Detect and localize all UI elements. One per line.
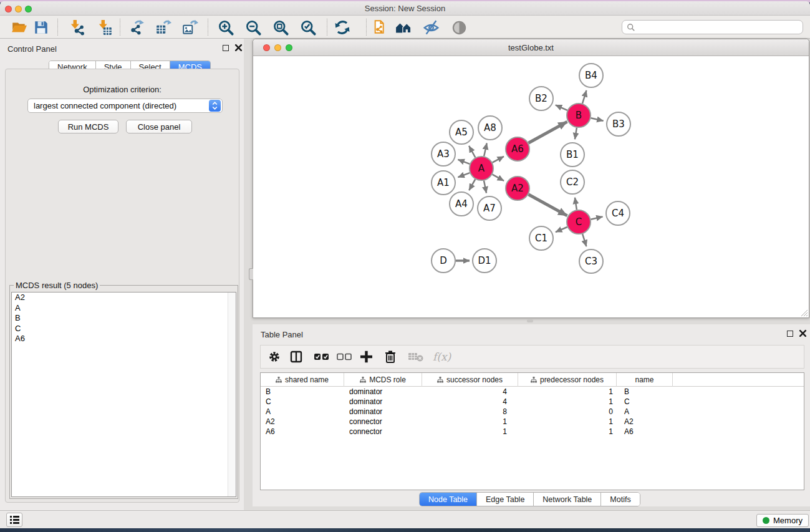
search-input[interactable] — [635, 21, 803, 34]
memory-button[interactable]: Memory — [756, 514, 809, 527]
table-cell[interactable]: connector — [344, 427, 422, 437]
graph-edge-B-B1[interactable] — [575, 128, 577, 140]
table-cell[interactable]: C — [261, 397, 344, 407]
table-cell[interactable]: A6 — [261, 427, 344, 437]
graph-edge-B-B2[interactable] — [556, 105, 567, 110]
table-cell[interactable]: 1 — [422, 427, 518, 437]
close-panel-icon[interactable] — [234, 44, 243, 52]
table-row[interactable]: Adominator80A — [261, 407, 804, 417]
table-cell[interactable]: A2 — [617, 417, 673, 427]
table-settings-gear-icon[interactable] — [268, 351, 281, 363]
create-column-plus-icon[interactable] — [360, 351, 372, 363]
tab-network-table[interactable]: Network Table — [534, 493, 601, 506]
refresh-layout-icon[interactable] — [333, 18, 352, 37]
import-network-icon[interactable] — [67, 18, 86, 37]
show-column-icon[interactable] — [290, 351, 302, 363]
export-network-icon[interactable] — [127, 18, 146, 37]
graph-edge-C-C4[interactable] — [591, 216, 603, 219]
unselect-all-columns-icon[interactable] — [337, 353, 352, 360]
tab-node-table[interactable]: Node Table — [420, 493, 477, 506]
open-session-icon[interactable] — [10, 18, 29, 37]
table-cell[interactable]: 4 — [422, 397, 518, 407]
graph-edge-A-A2[interactable] — [493, 175, 504, 181]
zoom-fit-icon[interactable] — [271, 18, 290, 37]
save-session-icon[interactable] — [32, 18, 51, 37]
mcds-result-item[interactable]: A2 — [12, 293, 236, 303]
graph-edge-A-A4[interactable] — [469, 179, 475, 190]
table-cell[interactable]: B — [617, 387, 673, 397]
table-cell[interactable]: 4 — [422, 387, 518, 397]
close-table-panel-icon[interactable] — [799, 329, 807, 337]
table-cell[interactable]: C — [617, 397, 673, 407]
delete-table-icon[interactable] — [408, 352, 423, 362]
table-cell[interactable]: dominator — [344, 387, 422, 397]
tab-motifs[interactable]: Motifs — [601, 493, 639, 506]
network-canvas[interactable]: AA1A2A3A4A5A6A7A8BB1B2B3B4CC1C2C3C4DD1 — [254, 57, 809, 317]
zoom-out-icon[interactable] — [244, 18, 263, 37]
mcds-result-item[interactable]: A6 — [12, 334, 236, 344]
horizontal-splitter-grip[interactable] — [527, 319, 533, 322]
column-header-predecessor-nodes[interactable]: predecessor nodes — [518, 373, 617, 387]
task-history-button[interactable] — [6, 513, 22, 527]
table-cell[interactable]: connector — [344, 417, 422, 427]
mcds-result-item[interactable]: B — [12, 313, 236, 324]
zoom-in-icon[interactable] — [216, 18, 235, 37]
table-cell[interactable]: dominator — [344, 397, 422, 407]
node-table[interactable]: shared name MCDS role successor nodes pr… — [260, 372, 804, 490]
select-all-columns-icon[interactable] — [314, 353, 329, 360]
mcds-result-item[interactable]: A — [12, 303, 236, 314]
graph-edge-B-B4[interactable] — [582, 90, 587, 104]
table-cell[interactable]: 8 — [422, 407, 518, 417]
close-panel-button[interactable]: Close panel — [126, 120, 192, 133]
column-header-shared-name[interactable]: shared name — [261, 373, 344, 387]
mcds-result-item[interactable]: C — [12, 324, 236, 334]
criterion-dropdown[interactable]: largest connected component (directed) — [27, 99, 223, 113]
export-image-icon[interactable] — [181, 18, 200, 37]
side-splitter-grip[interactable] — [249, 268, 253, 280]
table-row[interactable]: Bdominator41B — [261, 387, 804, 397]
result-scrollbar[interactable] — [228, 293, 236, 496]
graph-edge-C-C1[interactable] — [556, 227, 567, 232]
table-cell[interactable]: 0 — [518, 407, 617, 417]
function-builder-icon[interactable]: f(x) — [433, 351, 451, 363]
export-table-icon[interactable] — [154, 18, 173, 37]
table-cell[interactable]: B — [261, 387, 344, 397]
table-row[interactable]: A2connector11A2 — [261, 417, 804, 427]
float-table-panel-icon[interactable] — [787, 331, 793, 337]
table-cell[interactable]: 1 — [518, 417, 617, 427]
table-row[interactable]: Cdominator41C — [261, 397, 804, 407]
window-resize-grip[interactable] — [800, 309, 808, 316]
graph-edge-A-A3[interactable] — [458, 160, 470, 164]
graph-edge-A6-B[interactable] — [529, 122, 567, 143]
table-row[interactable]: A6connector11A6 — [261, 427, 804, 437]
column-header-successor-nodes[interactable]: successor nodes — [422, 373, 518, 387]
show-all-network-icon[interactable] — [395, 18, 413, 37]
graph-edge-B-B3[interactable] — [591, 118, 604, 120]
show-graphics-details-icon[interactable] — [450, 18, 468, 37]
graph-edge-A-A7[interactable] — [484, 181, 486, 193]
mcds-result-list[interactable]: A2ABCA6 — [11, 292, 236, 497]
graph-edge-C-C3[interactable] — [582, 234, 586, 246]
table-cell[interactable]: 1 — [518, 397, 617, 407]
zoom-selected-icon[interactable] — [299, 18, 317, 37]
run-mcds-button[interactable]: Run MCDS — [58, 120, 118, 133]
hide-selected-icon[interactable] — [422, 18, 440, 37]
graph-edge-A-A6[interactable] — [493, 157, 504, 163]
table-cell[interactable]: A — [617, 407, 673, 417]
graph-edge-A-A1[interactable] — [458, 173, 470, 177]
search-field[interactable] — [622, 20, 803, 34]
tab-edge-table[interactable]: Edge Table — [477, 493, 534, 506]
graph-edge-A-A8[interactable] — [484, 143, 487, 156]
table-cell[interactable]: A2 — [261, 417, 344, 427]
graph-edge-A2-C[interactable] — [529, 195, 567, 216]
column-header-mcds-role[interactable]: MCDS role — [344, 373, 422, 387]
table-cell[interactable]: 1 — [422, 417, 518, 427]
table-cell[interactable]: dominator — [344, 407, 422, 417]
import-table-icon[interactable] — [95, 18, 114, 37]
table-cell[interactable]: A6 — [617, 427, 673, 437]
column-header-name[interactable]: name — [617, 373, 673, 387]
graph-edge-A-A5[interactable] — [469, 146, 475, 158]
network-window-titlebar[interactable]: testGlobe.txt — [253, 39, 809, 56]
table-cell[interactable]: A — [261, 407, 344, 417]
delete-column-trash-icon[interactable] — [385, 351, 396, 363]
